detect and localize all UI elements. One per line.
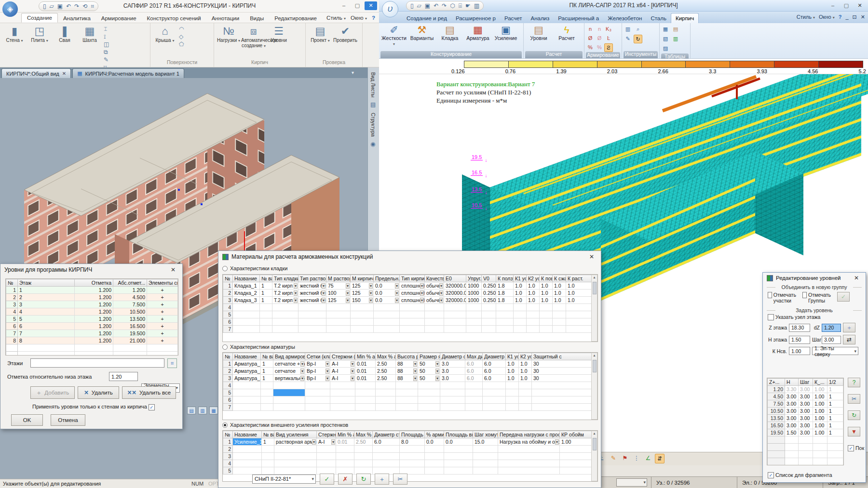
table-cell[interactable] xyxy=(233,311,260,318)
cut-icon[interactable]: ✂ xyxy=(848,394,860,404)
table-cell[interactable] xyxy=(813,444,827,451)
table-cell[interactable]: 1.0 xyxy=(506,368,519,375)
save-icon[interactable]: ▣ xyxy=(425,2,430,9)
chart-icon[interactable]: ▥ xyxy=(474,2,479,9)
table-cell[interactable]: 1.8 xyxy=(496,290,514,297)
column-header[interactable]: % армиро xyxy=(425,431,444,438)
table-cell[interactable]: 320000.0 xyxy=(444,297,466,304)
table-cell[interactable] xyxy=(785,451,799,458)
redo-icon[interactable]: ↷ xyxy=(442,2,447,9)
table-cell[interactable]: 7 xyxy=(18,330,75,337)
checkbox-checked-icon[interactable]: ✓ xyxy=(149,404,155,410)
swap-button[interactable]: ⇄ xyxy=(843,335,855,344)
table-cell[interactable] xyxy=(506,404,519,411)
radio-selected-icon[interactable] xyxy=(222,422,228,428)
vertical-scrollbar[interactable]: ▴ xyxy=(591,353,597,420)
table-cell[interactable]: 6 xyxy=(6,323,18,330)
table-cell[interactable] xyxy=(396,396,418,404)
table-cell[interactable]: + xyxy=(147,287,178,294)
table-cell[interactable]: Нагрузка на обойму и опора xyxy=(498,438,560,446)
table-cell[interactable] xyxy=(274,460,317,467)
table-cell[interactable] xyxy=(496,326,514,333)
table-cell[interactable]: 1.200 xyxy=(75,330,113,337)
table-cell[interactable]: 0.250 xyxy=(482,290,496,297)
table-cell[interactable]: 1000 xyxy=(466,282,482,290)
table-cell[interactable] xyxy=(298,318,326,326)
table-cell[interactable]: 0.01 xyxy=(336,438,354,446)
ribbon-button[interactable]: ϟ Расчет xyxy=(553,24,580,41)
table-cell[interactable]: 150 xyxy=(351,297,374,304)
table-cell[interactable]: 4 xyxy=(223,460,233,467)
window-menu[interactable]: Окно ▾ xyxy=(819,14,835,20)
mark-groups-checkbox[interactable]: Отмечать Группы xyxy=(802,292,834,303)
style-menu[interactable]: Стиль ▾ xyxy=(797,14,815,20)
table-cell[interactable]: 2 xyxy=(6,294,18,301)
ribbon-tab[interactable]: Конструктор сечений xyxy=(142,14,206,23)
table-cell[interactable] xyxy=(373,453,400,460)
table-cell[interactable] xyxy=(6,352,18,356)
table-cell[interactable] xyxy=(261,389,273,396)
ribbon-button[interactable]: ❚ Свая xyxy=(52,24,77,43)
table-cell[interactable]: А-I xyxy=(317,438,336,446)
side-tab-views[interactable]: Вид Листы xyxy=(370,72,376,97)
table-cell[interactable] xyxy=(483,389,506,396)
table-cell[interactable]: 320000.0 xyxy=(444,282,466,290)
column-header[interactable]: Название xyxy=(233,431,262,438)
table-cell[interactable]: 5 xyxy=(223,311,233,318)
column-header[interactable]: К сжат. xyxy=(553,275,566,282)
levels-table[interactable]: №ЭтажОтметкаАбс.отмет...Элементы свер...… xyxy=(5,278,178,356)
table-cell[interactable]: обычн xyxy=(425,297,444,304)
table-cell[interactable] xyxy=(532,389,597,396)
table-cell[interactable]: 30 xyxy=(532,375,597,382)
pencil-icon[interactable]: ✎ xyxy=(609,454,618,463)
table-cell[interactable]: Арматура_2 xyxy=(233,368,261,375)
lira-logo-icon[interactable]: Ʋ xyxy=(382,1,398,17)
table-cell[interactable] xyxy=(473,460,498,467)
table-cell[interactable]: 1 xyxy=(827,422,843,429)
table-cell[interactable] xyxy=(418,382,440,389)
table-cell[interactable]: 3 xyxy=(18,301,75,308)
table-cell[interactable] xyxy=(233,460,262,467)
status-dropdown[interactable] xyxy=(616,478,647,487)
table-cell[interactable]: 1000 xyxy=(466,290,482,297)
table-cell[interactable]: 2.50 xyxy=(354,438,373,446)
table-cell[interactable]: 0.01 xyxy=(355,375,376,382)
reinforcement-result-icon[interactable]: K₃ xyxy=(604,25,613,34)
table-cell[interactable]: 1.00 xyxy=(813,408,827,415)
restore-doc-button[interactable]: ⊡ xyxy=(853,14,857,20)
tool-icon[interactable]: ✎ xyxy=(624,35,632,43)
table-cell[interactable]: 7 xyxy=(6,330,18,337)
table-cell[interactable]: сетчатое xyxy=(273,368,305,375)
ribbon-button[interactable]: ▤ Кладка xyxy=(436,24,463,41)
column-header[interactable]: № xyxy=(223,353,233,360)
column-header[interactable]: Передача нагрузки с простенка xyxy=(498,431,560,438)
reinforcement-result-icon[interactable]: n xyxy=(595,25,604,34)
table-cell[interactable]: 3.00 xyxy=(799,393,813,400)
apply-group-button[interactable]: ✓ xyxy=(837,292,850,302)
table-cell[interactable] xyxy=(376,404,396,411)
column-header[interactable]: Качество xyxy=(425,275,444,282)
table-cell[interactable] xyxy=(506,396,519,404)
column-header[interactable]: Min % ар xyxy=(336,431,354,438)
table-cell[interactable] xyxy=(440,404,465,411)
refresh-icon[interactable]: ↻ xyxy=(848,410,860,420)
table-cell[interactable]: 4 xyxy=(6,308,18,316)
column-header[interactable]: Защитный с xyxy=(532,353,597,360)
table-cell[interactable] xyxy=(261,396,273,404)
column-header[interactable]: Название xyxy=(233,275,260,282)
table-cell[interactable] xyxy=(444,326,466,333)
table-cell[interactable]: 8 xyxy=(6,337,18,344)
ribbon-tab[interactable]: Создание xyxy=(21,13,58,23)
table-cell[interactable] xyxy=(233,396,261,404)
table-cell[interactable] xyxy=(396,404,418,411)
table-cell[interactable] xyxy=(262,453,274,460)
column-header[interactable]: № xyxy=(223,431,233,438)
ribbon-button[interactable]: ⧈ Автоматическое создание ▾ xyxy=(241,24,266,49)
table-cell[interactable] xyxy=(396,389,418,396)
table-cell[interactable] xyxy=(273,389,305,396)
table-cell[interactable] xyxy=(374,326,400,333)
table-cell[interactable] xyxy=(496,304,514,311)
ribbon-tab[interactable]: Создание и ред xyxy=(402,13,451,23)
table-cell[interactable]: сплошной xyxy=(400,297,425,304)
table-cell[interactable] xyxy=(400,304,425,311)
